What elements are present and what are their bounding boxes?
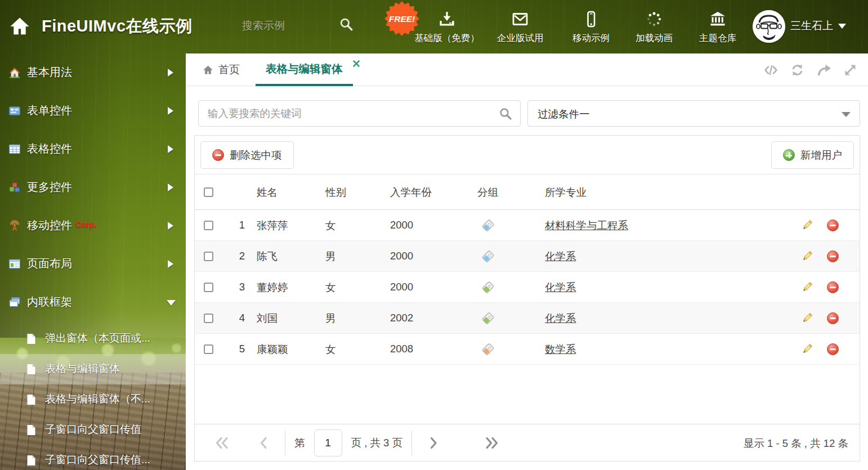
delete-row-icon[interactable] [827,312,839,324]
tag-icon [481,311,494,324]
keyword-search-input[interactable] [208,101,489,126]
first-page-button[interactable] [214,436,230,450]
major-link[interactable]: 化学系 [545,312,576,324]
row-number: 2 [227,250,257,262]
chevron-down-icon [842,112,851,117]
nav-theme-repo[interactable]: 主题仓库 [687,0,749,53]
col-header-name[interactable]: 姓名 [257,185,325,199]
col-header-year[interactable]: 入学年份 [390,185,477,199]
delete-selected-label: 删除选中项 [230,148,282,162]
delete-selected-button[interactable]: 删除选中项 [200,141,294,169]
app-title[interactable]: FineUIMvc在线示例 [42,15,193,38]
edit-pencil-icon[interactable] [801,250,813,262]
divider [411,431,412,455]
edit-pencil-icon[interactable] [801,312,813,324]
row-checkbox[interactable] [204,252,213,261]
chevron-down-icon [838,24,846,29]
home-icon[interactable] [9,16,30,37]
free-badge: FREE! [384,1,419,36]
share-forward-icon[interactable] [816,62,831,78]
sidebar-item-basic-usage[interactable]: 基本用法 [0,53,186,92]
chevron-right-icon [168,107,173,115]
expand-icon[interactable] [843,62,858,78]
refresh-icon[interactable] [790,62,805,78]
cell-year: 2008 [390,343,477,355]
source-code-icon[interactable] [763,62,778,78]
page-icon [26,424,37,436]
user-menu[interactable]: 三生石上 [790,19,846,33]
delete-row-icon[interactable] [827,250,839,262]
tab-grid-edit-window[interactable]: 表格与编辑窗体 [256,53,353,86]
tab-bar: 首页 表格与编辑窗体 [186,53,868,86]
sidebar-subitem-child-to-parent[interactable]: 子窗口向父窗口传值 [0,415,186,445]
edit-pencil-icon[interactable] [801,219,813,231]
sidebar-item-grid-controls[interactable]: 表格控件 [0,130,186,168]
chevron-right-icon [168,69,173,77]
select-all-checkbox[interactable] [204,187,213,197]
col-header-group[interactable]: 分组 [477,185,545,199]
col-header-gender[interactable]: 性别 [325,185,390,199]
edit-pencil-icon[interactable] [801,281,813,293]
user-avatar[interactable] [753,10,785,43]
table-row: 2 陈飞 男 2000 化学系 [195,241,860,272]
tag-icon [481,218,494,231]
row-number: 1 [227,219,257,231]
row-checkbox[interactable] [204,344,213,354]
search-icon[interactable] [499,107,512,120]
sidebar-item-iframe[interactable]: 内联框架 [0,283,186,321]
table-row: 5 康颖颖 女 2008 数学系 [195,334,860,365]
major-link[interactable]: 化学系 [545,250,576,262]
sidebar-item-page-layout[interactable]: 页面布局 [0,245,186,283]
row-checkbox[interactable] [204,314,213,323]
next-page-button[interactable] [429,436,438,450]
chevron-down-icon [167,300,176,306]
chevron-right-icon [168,260,173,268]
sidebar-item-mobile-controls[interactable]: 移动控件Corp. [0,207,186,245]
record-summary: 显示 1 - 5 条 , 共 12 条 [744,436,848,450]
nav-enterprise-trial[interactable]: 企业版试用 [484,0,556,53]
spinner-icon [645,9,663,28]
sidebar-subitem-grid-edit-window-2[interactable]: 表格与编辑窗体（不... [0,384,186,415]
header-search-input[interactable]: 搜索示例 [242,19,285,33]
table-empty-area [195,365,860,424]
page-number-input[interactable] [314,429,342,456]
delete-row-icon[interactable] [827,281,839,293]
sidebar-item-more-controls[interactable]: 更多控件 [0,168,186,207]
add-user-button[interactable]: 新增用户 [771,141,854,169]
corp-badge: Corp. [75,220,97,229]
header-nav: 基础版（免费） 企业版试用 移动示例 加载动画 主题仓库 [415,0,749,53]
major-link[interactable]: 材料科学与工程系 [545,220,628,231]
row-checkbox[interactable] [204,283,213,292]
nav-mobile-demo[interactable]: 移动示例 [561,0,621,53]
row-checkbox[interactable] [204,221,213,230]
filter-dropdown[interactable]: 过滤条件一 [527,100,860,127]
search-icon[interactable] [339,17,354,32]
cell-name: 张萍萍 [257,218,325,232]
major-link[interactable]: 数学系 [545,343,576,355]
sidebar-subitem-grid-edit-window[interactable]: 表格与编辑窗体 [0,354,186,384]
table-grid-icon [8,143,21,155]
table-row: 4 刘国 男 2002 化学系 [195,303,860,334]
prev-page-button[interactable] [259,436,268,450]
tag-icon [481,249,494,262]
divider [285,431,285,455]
row-number: 5 [227,343,257,355]
edit-pencil-icon[interactable] [801,343,813,355]
tab-home[interactable]: 首页 [203,53,240,86]
cell-name: 刘国 [257,311,325,325]
sidebar-item-form-controls[interactable]: 表单控件 [0,92,186,130]
major-link[interactable]: 化学系 [545,281,576,293]
last-page-button[interactable] [484,436,499,450]
table-header-row: 姓名 性别 入学年份 分组 所学专业 [195,174,860,210]
cell-name: 董婷婷 [257,280,325,294]
delete-row-icon[interactable] [827,220,839,231]
sidebar-subitem-child-to-parent-2[interactable]: 子窗口向父窗口传值... [0,445,186,470]
delete-row-icon[interactable] [827,343,839,355]
minus-circle-icon [212,149,224,161]
col-header-major[interactable]: 所学专业 [545,185,801,199]
tab-home-label: 首页 [218,62,240,77]
close-icon[interactable] [353,60,360,67]
nav-loading-animation[interactable]: 加载动画 [625,0,683,53]
nav-basic-edition[interactable]: 基础版（免费） [415,0,478,53]
sidebar-subitem-popup-window[interactable]: 弹出窗体（本页面或... [0,324,186,354]
